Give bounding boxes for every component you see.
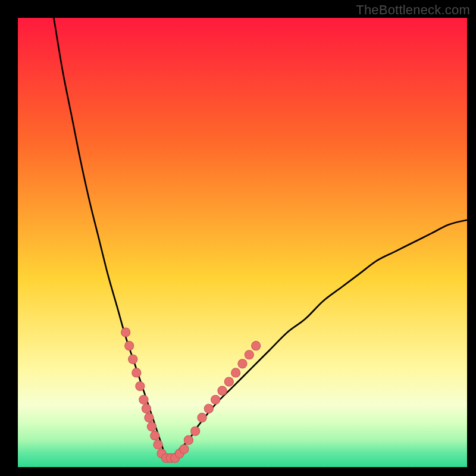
chart-stage: TheBottleneck.com bbox=[0, 0, 476, 476]
cluster-dot bbox=[145, 413, 154, 422]
cluster-dot bbox=[125, 342, 134, 350]
cluster-dot bbox=[224, 377, 233, 386]
cluster-dot bbox=[129, 355, 137, 364]
cluster-dot bbox=[184, 436, 193, 444]
cluster-dot bbox=[121, 328, 130, 337]
cluster-dot bbox=[238, 359, 247, 368]
cluster-dot bbox=[198, 413, 206, 422]
cluster-dot bbox=[154, 440, 162, 449]
cluster-dot bbox=[151, 431, 159, 440]
cluster-dot bbox=[147, 422, 156, 431]
cluster-dot bbox=[191, 427, 200, 436]
cluster-dot bbox=[136, 382, 145, 391]
plot-area bbox=[18, 18, 467, 467]
bottleneck-curve bbox=[54, 18, 467, 459]
cluster-dot bbox=[180, 444, 189, 453]
cluster-dot bbox=[204, 404, 213, 413]
watermark-text: TheBottleneck.com bbox=[356, 2, 470, 18]
cluster-dot bbox=[231, 368, 240, 377]
cluster-dot bbox=[139, 395, 148, 404]
cluster-dots-group bbox=[121, 328, 261, 463]
cluster-dot bbox=[132, 368, 141, 377]
cluster-dot bbox=[142, 404, 151, 413]
chart-svg bbox=[18, 18, 467, 467]
cluster-dot bbox=[245, 350, 253, 359]
cluster-dot bbox=[252, 342, 261, 350]
cluster-dot bbox=[218, 386, 227, 395]
cluster-dot bbox=[211, 395, 220, 404]
